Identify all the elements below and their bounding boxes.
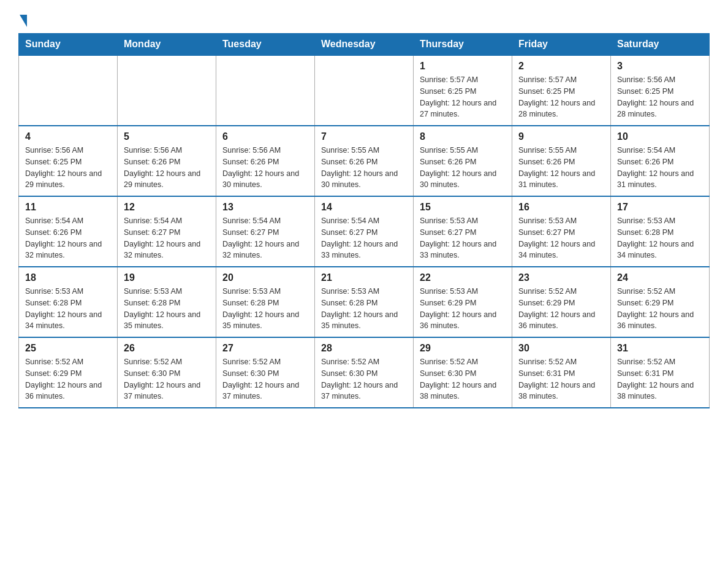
calendar-header-row: SundayMondayTuesdayWednesdayThursdayFrid…	[19, 34, 710, 56]
day-number: 30	[518, 343, 604, 354]
calendar-cell: 22Sunrise: 5:53 AM Sunset: 6:29 PM Dayli…	[414, 267, 512, 337]
day-info: Sunrise: 5:56 AM Sunset: 6:26 PM Dayligh…	[124, 145, 210, 191]
column-header-monday: Monday	[118, 34, 216, 56]
logo	[18, 12, 27, 27]
day-number: 21	[321, 272, 407, 283]
day-info: Sunrise: 5:57 AM Sunset: 6:25 PM Dayligh…	[518, 74, 604, 120]
day-info: Sunrise: 5:52 AM Sunset: 6:31 PM Dayligh…	[518, 356, 604, 402]
day-info: Sunrise: 5:57 AM Sunset: 6:25 PM Dayligh…	[420, 74, 506, 120]
calendar-cell: 2Sunrise: 5:57 AM Sunset: 6:25 PM Daylig…	[512, 55, 611, 126]
calendar-cell: 26Sunrise: 5:52 AM Sunset: 6:30 PM Dayli…	[118, 337, 216, 408]
day-number: 11	[25, 202, 111, 213]
calendar-table: SundayMondayTuesdayWednesdayThursdayFrid…	[18, 33, 710, 408]
calendar-week-row: 1Sunrise: 5:57 AM Sunset: 6:25 PM Daylig…	[19, 55, 710, 126]
day-number: 7	[321, 131, 407, 142]
calendar-cell: 9Sunrise: 5:55 AM Sunset: 6:26 PM Daylig…	[512, 126, 611, 196]
day-number: 14	[321, 202, 407, 213]
day-info: Sunrise: 5:54 AM Sunset: 6:27 PM Dayligh…	[321, 215, 407, 261]
calendar-cell: 8Sunrise: 5:55 AM Sunset: 6:26 PM Daylig…	[414, 126, 512, 196]
calendar-cell: 20Sunrise: 5:53 AM Sunset: 6:28 PM Dayli…	[216, 267, 315, 337]
calendar-cell	[315, 55, 414, 126]
day-info: Sunrise: 5:53 AM Sunset: 6:29 PM Dayligh…	[420, 286, 506, 332]
day-number: 17	[617, 202, 703, 213]
day-number: 15	[420, 202, 506, 213]
day-info: Sunrise: 5:52 AM Sunset: 6:30 PM Dayligh…	[321, 356, 407, 402]
day-info: Sunrise: 5:53 AM Sunset: 6:27 PM Dayligh…	[420, 215, 506, 261]
calendar-cell: 24Sunrise: 5:52 AM Sunset: 6:29 PM Dayli…	[611, 267, 710, 337]
day-info: Sunrise: 5:55 AM Sunset: 6:26 PM Dayligh…	[420, 145, 506, 191]
day-number: 20	[222, 272, 308, 283]
calendar-cell: 12Sunrise: 5:54 AM Sunset: 6:27 PM Dayli…	[118, 196, 216, 267]
day-info: Sunrise: 5:56 AM Sunset: 6:25 PM Dayligh…	[617, 74, 703, 120]
day-number: 2	[518, 61, 604, 72]
calendar-cell: 29Sunrise: 5:52 AM Sunset: 6:30 PM Dayli…	[414, 337, 512, 408]
calendar-cell: 13Sunrise: 5:54 AM Sunset: 6:27 PM Dayli…	[216, 196, 315, 267]
day-info: Sunrise: 5:53 AM Sunset: 6:28 PM Dayligh…	[25, 286, 111, 332]
calendar-cell: 19Sunrise: 5:53 AM Sunset: 6:28 PM Dayli…	[118, 267, 216, 337]
logo-triangle-icon	[20, 15, 27, 27]
day-info: Sunrise: 5:54 AM Sunset: 6:26 PM Dayligh…	[25, 215, 111, 261]
day-number: 26	[124, 343, 210, 354]
calendar-cell: 23Sunrise: 5:52 AM Sunset: 6:29 PM Dayli…	[512, 267, 611, 337]
day-info: Sunrise: 5:52 AM Sunset: 6:29 PM Dayligh…	[25, 356, 111, 402]
column-header-friday: Friday	[512, 34, 611, 56]
day-info: Sunrise: 5:52 AM Sunset: 6:31 PM Dayligh…	[617, 356, 703, 402]
day-number: 3	[617, 61, 703, 72]
day-info: Sunrise: 5:53 AM Sunset: 6:28 PM Dayligh…	[617, 215, 703, 261]
day-number: 13	[222, 202, 308, 213]
calendar-cell: 7Sunrise: 5:55 AM Sunset: 6:26 PM Daylig…	[315, 126, 414, 196]
calendar-cell: 6Sunrise: 5:56 AM Sunset: 6:26 PM Daylig…	[216, 126, 315, 196]
day-number: 12	[124, 202, 210, 213]
column-header-tuesday: Tuesday	[216, 34, 315, 56]
day-info: Sunrise: 5:56 AM Sunset: 6:25 PM Dayligh…	[25, 145, 111, 191]
day-number: 24	[617, 272, 703, 283]
calendar-cell: 11Sunrise: 5:54 AM Sunset: 6:26 PM Dayli…	[19, 196, 118, 267]
calendar-cell: 4Sunrise: 5:56 AM Sunset: 6:25 PM Daylig…	[19, 126, 118, 196]
day-info: Sunrise: 5:55 AM Sunset: 6:26 PM Dayligh…	[321, 145, 407, 191]
calendar-cell: 3Sunrise: 5:56 AM Sunset: 6:25 PM Daylig…	[611, 55, 710, 126]
day-number: 9	[518, 131, 604, 142]
calendar-cell: 28Sunrise: 5:52 AM Sunset: 6:30 PM Dayli…	[315, 337, 414, 408]
day-number: 4	[25, 131, 111, 142]
day-info: Sunrise: 5:53 AM Sunset: 6:28 PM Dayligh…	[124, 286, 210, 332]
calendar-cell	[216, 55, 315, 126]
calendar-cell: 18Sunrise: 5:53 AM Sunset: 6:28 PM Dayli…	[19, 267, 118, 337]
day-number: 22	[420, 272, 506, 283]
calendar-cell: 25Sunrise: 5:52 AM Sunset: 6:29 PM Dayli…	[19, 337, 118, 408]
calendar-cell: 21Sunrise: 5:53 AM Sunset: 6:28 PM Dayli…	[315, 267, 414, 337]
day-info: Sunrise: 5:54 AM Sunset: 6:27 PM Dayligh…	[124, 215, 210, 261]
column-header-thursday: Thursday	[414, 34, 512, 56]
calendar-cell	[118, 55, 216, 126]
calendar-cell: 30Sunrise: 5:52 AM Sunset: 6:31 PM Dayli…	[512, 337, 611, 408]
calendar-cell: 15Sunrise: 5:53 AM Sunset: 6:27 PM Dayli…	[414, 196, 512, 267]
day-number: 25	[25, 343, 111, 354]
day-info: Sunrise: 5:56 AM Sunset: 6:26 PM Dayligh…	[222, 145, 308, 191]
day-number: 31	[617, 343, 703, 354]
day-number: 1	[420, 61, 506, 72]
calendar-cell: 31Sunrise: 5:52 AM Sunset: 6:31 PM Dayli…	[611, 337, 710, 408]
day-info: Sunrise: 5:53 AM Sunset: 6:28 PM Dayligh…	[222, 286, 308, 332]
day-number: 23	[518, 272, 604, 283]
day-info: Sunrise: 5:54 AM Sunset: 6:26 PM Dayligh…	[617, 145, 703, 191]
day-number: 16	[518, 202, 604, 213]
column-header-sunday: Sunday	[19, 34, 118, 56]
day-info: Sunrise: 5:55 AM Sunset: 6:26 PM Dayligh…	[518, 145, 604, 191]
calendar-cell: 16Sunrise: 5:53 AM Sunset: 6:27 PM Dayli…	[512, 196, 611, 267]
calendar-cell: 1Sunrise: 5:57 AM Sunset: 6:25 PM Daylig…	[414, 55, 512, 126]
day-number: 10	[617, 131, 703, 142]
day-info: Sunrise: 5:52 AM Sunset: 6:29 PM Dayligh…	[617, 286, 703, 332]
day-info: Sunrise: 5:54 AM Sunset: 6:27 PM Dayligh…	[222, 215, 308, 261]
day-number: 28	[321, 343, 407, 354]
day-info: Sunrise: 5:53 AM Sunset: 6:27 PM Dayligh…	[518, 215, 604, 261]
day-number: 5	[124, 131, 210, 142]
column-header-wednesday: Wednesday	[315, 34, 414, 56]
day-number: 18	[25, 272, 111, 283]
day-info: Sunrise: 5:52 AM Sunset: 6:30 PM Dayligh…	[124, 356, 210, 402]
calendar-week-row: 18Sunrise: 5:53 AM Sunset: 6:28 PM Dayli…	[19, 267, 710, 337]
calendar-week-row: 11Sunrise: 5:54 AM Sunset: 6:26 PM Dayli…	[19, 196, 710, 267]
day-number: 6	[222, 131, 308, 142]
calendar-cell: 10Sunrise: 5:54 AM Sunset: 6:26 PM Dayli…	[611, 126, 710, 196]
calendar-week-row: 4Sunrise: 5:56 AM Sunset: 6:25 PM Daylig…	[19, 126, 710, 196]
calendar-cell: 17Sunrise: 5:53 AM Sunset: 6:28 PM Dayli…	[611, 196, 710, 267]
day-number: 29	[420, 343, 506, 354]
